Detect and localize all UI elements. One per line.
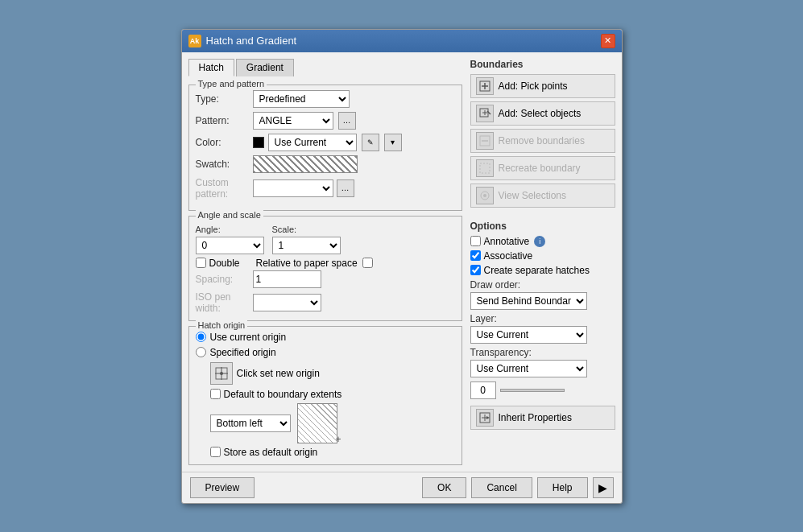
iso-row: ISO pen width: xyxy=(196,291,455,314)
add-pick-icon xyxy=(476,77,494,95)
store-default-checkbox[interactable] xyxy=(210,447,221,457)
store-default-row: Store as default origin xyxy=(210,447,455,458)
dialog-icon: Ak xyxy=(188,35,201,47)
tab-gradient[interactable]: Gradient xyxy=(236,59,294,76)
view-selections-button: View Selections xyxy=(470,184,615,208)
plus-icon: + xyxy=(336,434,341,445)
layer-label: Layer: xyxy=(470,313,615,324)
angle-col: Angle: 0 15 30 45 xyxy=(196,225,264,254)
custom-pattern-browse[interactable]: … xyxy=(337,179,354,197)
scale-select[interactable]: 1 0.5 2 xyxy=(272,237,341,254)
svg-rect-13 xyxy=(480,163,490,173)
annotative-label: Annotative xyxy=(484,236,530,247)
associative-label: Associative xyxy=(484,250,533,262)
swatch-label: Swatch: xyxy=(196,159,248,170)
ok-button[interactable]: OK xyxy=(422,477,466,498)
view-selections-label: View Selections xyxy=(499,190,567,201)
type-select[interactable]: Predefined User defined Custom xyxy=(253,90,350,108)
pattern-row: Pattern: ANGLE ANSI31 … xyxy=(196,112,455,130)
custom-pattern-inputs: … xyxy=(253,179,354,197)
preview-hatch xyxy=(298,404,337,443)
options-section: Options Annotative i Associative Create … xyxy=(470,221,615,430)
inherit-label: Inherit Properties xyxy=(499,412,572,423)
pattern-select[interactable]: ANGLE ANSI31 xyxy=(253,112,333,130)
expand-button[interactable]: ▶ xyxy=(593,477,614,498)
origin-indent: Click set new origin Default to boundary… xyxy=(210,362,455,458)
add-pick-button[interactable]: Add: Pick points xyxy=(470,74,615,98)
use-current-row: Use current origin xyxy=(196,332,455,343)
relative-checkbox[interactable] xyxy=(362,258,373,268)
boundaries-title: Boundaries xyxy=(470,59,615,70)
preview-button[interactable]: Preview xyxy=(190,477,255,498)
spacing-input[interactable] xyxy=(253,270,321,288)
angle-select[interactable]: 0 15 30 45 xyxy=(196,237,264,254)
recreate-label: Recreate boundary xyxy=(499,163,581,174)
swatch-row: Swatch: xyxy=(196,155,455,173)
tabs-container: Hatch Gradient xyxy=(188,59,462,76)
title-bar: Ak Hatch and Gradient ✕ xyxy=(182,30,622,52)
title-bar-left: Ak Hatch and Gradient xyxy=(188,35,297,47)
right-panel: Boundaries Add: Pick points xyxy=(470,59,615,465)
double-row: Double Relative to paper space xyxy=(196,258,455,269)
angle-scale-group: Angle and scale Angle: 0 15 30 45 Scale: xyxy=(188,216,462,321)
view-icon xyxy=(476,187,494,204)
click-new-origin-row: Click set new origin xyxy=(210,362,455,385)
create-separate-row: Create separate hatches xyxy=(470,265,615,276)
specified-label: Specified origin xyxy=(210,347,276,358)
close-button[interactable]: ✕ xyxy=(601,34,615,48)
inherit-properties-button[interactable]: Inherit Properties xyxy=(470,406,615,430)
spacing-label: Spacing: xyxy=(196,274,248,285)
swatch-preview xyxy=(253,155,358,173)
color-edit-button[interactable]: ✎ xyxy=(362,134,379,151)
cancel-button[interactable]: Cancel xyxy=(471,477,532,498)
tab-hatch[interactable]: Hatch xyxy=(188,59,234,76)
color-row: Color: Use Current ByLayer ✎ ▾ xyxy=(196,134,455,151)
annotative-row: Annotative i xyxy=(470,236,615,247)
type-label: Type: xyxy=(196,93,248,105)
use-current-label: Use current origin xyxy=(210,332,287,343)
inherit-icon xyxy=(476,409,494,427)
remove-label: Remove boundaries xyxy=(499,135,585,146)
click-new-origin-button[interactable] xyxy=(210,362,233,385)
default-boundary-row: Default to boundary extents xyxy=(210,389,455,400)
position-select[interactable]: Bottom left Bottom right Top left Top ri… xyxy=(210,414,291,432)
specified-radio[interactable] xyxy=(196,347,206,357)
iso-label: ISO pen width: xyxy=(196,291,248,314)
annotative-checkbox[interactable] xyxy=(470,236,481,246)
hatch-origin-label: Hatch origin xyxy=(196,320,248,330)
add-select-button[interactable]: Add: Select objects xyxy=(470,101,615,126)
default-boundary-label: Default to boundary extents xyxy=(224,389,342,400)
footer-left: Preview xyxy=(190,477,418,498)
transparency-slider[interactable] xyxy=(500,389,565,392)
use-current-radio[interactable] xyxy=(196,332,206,342)
left-panel: Hatch Gradient Type and pattern Type: Pr… xyxy=(188,59,462,465)
svg-point-3 xyxy=(220,372,223,375)
add-pick-label: Add: Pick points xyxy=(499,80,568,92)
draw-order-select[interactable]: Send Behind Boundary Send to Back Bring … xyxy=(470,292,587,310)
draw-order-label: Draw order: xyxy=(470,279,615,291)
custom-pattern-select[interactable] xyxy=(253,179,333,197)
color-label: Color: xyxy=(196,137,248,148)
layer-select[interactable]: Use Current Default xyxy=(470,326,587,344)
default-boundary-checkbox[interactable] xyxy=(210,389,221,399)
type-pattern-label: Type and pattern xyxy=(196,79,267,89)
remove-icon xyxy=(476,132,494,150)
hatch-origin-group: Hatch origin Use current origin Specifie… xyxy=(188,326,462,465)
angle-scale-inputs: Angle: 0 15 30 45 Scale: 1 0.5 xyxy=(196,225,455,254)
transparency-input[interactable] xyxy=(470,381,496,399)
origin-preview xyxy=(297,403,337,443)
angle-sub-label: Angle: xyxy=(196,225,264,234)
double-checkbox[interactable] xyxy=(196,258,206,268)
transparency-select[interactable]: Use Current xyxy=(470,360,587,377)
color-dropdown-button[interactable]: ▾ xyxy=(384,134,402,151)
help-button[interactable]: Help xyxy=(537,477,588,498)
remove-boundaries-button: Remove boundaries xyxy=(470,129,615,153)
iso-select[interactable] xyxy=(253,294,321,311)
color-select[interactable]: Use Current ByLayer xyxy=(268,134,357,151)
associative-checkbox[interactable] xyxy=(470,250,481,261)
store-default-label: Store as default origin xyxy=(224,447,318,458)
pattern-browse-button[interactable]: … xyxy=(338,112,356,130)
recreate-icon xyxy=(476,159,494,177)
type-row: Type: Predefined User defined Custom xyxy=(196,90,455,108)
create-separate-checkbox[interactable] xyxy=(470,265,481,275)
